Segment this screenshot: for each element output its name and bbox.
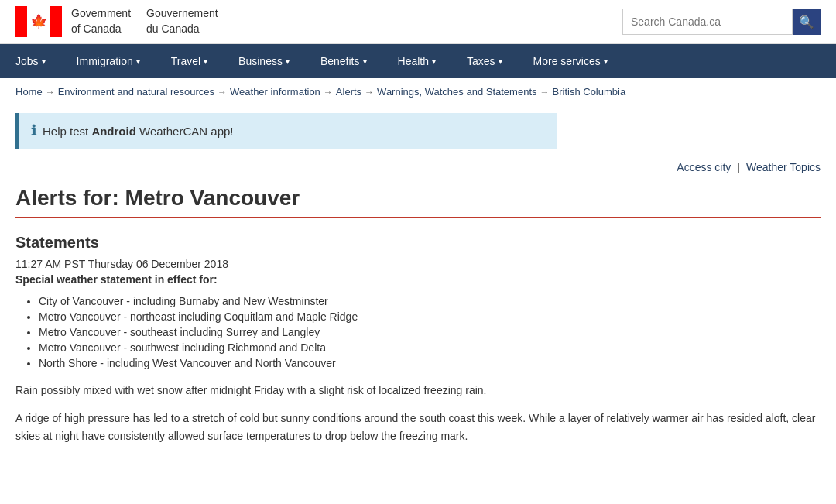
chevron-down-icon: ▾ <box>432 57 436 66</box>
breadcrumb-separator: → <box>324 87 333 98</box>
site-header: 🍁 Government of Canada Gouvernement du C… <box>0 0 836 44</box>
search-icon: 🔍 <box>799 15 814 29</box>
chevron-down-icon: ▾ <box>136 57 140 66</box>
main-navbar: Jobs ▾ Immigration ▾ Travel ▾ Business ▾… <box>0 44 836 78</box>
nav-item-benefits[interactable]: Benefits ▾ <box>305 44 382 78</box>
nav-item-health[interactable]: Health ▾ <box>382 44 451 78</box>
nav-item-more-services[interactable]: More services ▾ <box>518 44 623 78</box>
svg-rect-0 <box>15 6 27 37</box>
pipe-separator: | <box>737 161 740 173</box>
info-banner-text: Help test Android WeatherCAN app! <box>43 125 234 138</box>
breadcrumb-separator: → <box>218 87 227 98</box>
canada-flag-icon: 🍁 <box>15 6 62 37</box>
breadcrumb-alerts[interactable]: Alerts <box>336 86 361 98</box>
list-item: Metro Vancouver - northeast including Co… <box>39 310 821 323</box>
breadcrumb-home[interactable]: Home <box>15 86 43 98</box>
list-item: Metro Vancouver - southwest including Ri… <box>39 341 821 354</box>
info-icon: ℹ <box>31 122 36 139</box>
breadcrumb-bc[interactable]: British Columbia <box>553 86 626 98</box>
chevron-down-icon: ▾ <box>204 57 207 66</box>
chevron-down-icon: ▾ <box>499 57 502 66</box>
info-banner: ℹ Help test Android WeatherCAN app! <box>15 113 557 149</box>
breadcrumb: Home → Environment and natural resources… <box>0 78 836 105</box>
body-paragraph-1: Rain possibly mixed with wet snow after … <box>15 382 821 399</box>
list-item: North Shore - including West Vancouver a… <box>39 357 821 369</box>
list-item: City of Vancouver - including Burnaby an… <box>39 295 821 307</box>
gov-name-english: Government of Canada <box>71 6 131 36</box>
gov-name-french: Gouvernement du Canada <box>146 6 218 36</box>
nav-item-jobs[interactable]: Jobs ▾ <box>0 44 61 78</box>
main-content: Alerts for: Metro Vancouver Statements 1… <box>0 178 836 471</box>
gov-title: Government of Canada Gouvernement du Can… <box>71 6 218 36</box>
page-title: Alerts for: Metro Vancouver <box>15 186 821 211</box>
breadcrumb-warnings[interactable]: Warnings, Watches and Statements <box>377 86 536 98</box>
chevron-down-icon: ▾ <box>42 57 46 66</box>
breadcrumb-weather-info[interactable]: Weather information <box>230 86 320 98</box>
statement-label: Special weather statement in effect for: <box>15 273 821 286</box>
svg-text:🍁: 🍁 <box>30 13 48 30</box>
section-title-statements: Statements <box>15 234 821 252</box>
chevron-down-icon: ▾ <box>363 57 367 66</box>
nav-item-travel[interactable]: Travel ▾ <box>156 44 223 78</box>
breadcrumb-separator: → <box>365 87 374 98</box>
nav-item-taxes[interactable]: Taxes ▾ <box>451 44 518 78</box>
nav-item-business[interactable]: Business ▾ <box>223 44 305 78</box>
svg-rect-2 <box>50 6 62 37</box>
breadcrumb-separator: → <box>46 87 55 98</box>
chevron-down-icon: ▾ <box>604 57 608 66</box>
breadcrumb-environment[interactable]: Environment and natural resources <box>58 86 214 98</box>
weather-topics-link[interactable]: Weather Topics <box>746 161 821 173</box>
breadcrumb-separator: → <box>540 87 550 98</box>
nav-item-immigration[interactable]: Immigration ▾ <box>61 44 156 78</box>
access-city-link[interactable]: Access city <box>677 161 731 173</box>
alert-timestamp: 11:27 AM PST Thursday 06 December 2018 <box>15 258 821 270</box>
search-area: 🔍 <box>622 9 821 35</box>
body-paragraph-2: A ridge of high pressure has led to a st… <box>15 410 821 444</box>
list-item: Metro Vancouver - southeast including Su… <box>39 326 821 338</box>
search-input[interactable] <box>622 9 793 35</box>
chevron-down-icon: ▾ <box>286 57 290 66</box>
location-list: City of Vancouver - including Burnaby an… <box>15 295 821 369</box>
utility-links: Access city | Weather Topics <box>0 156 836 178</box>
search-button[interactable]: 🔍 <box>793 9 821 35</box>
logo-area: 🍁 Government of Canada Gouvernement du C… <box>15 6 218 37</box>
title-divider <box>15 217 821 218</box>
